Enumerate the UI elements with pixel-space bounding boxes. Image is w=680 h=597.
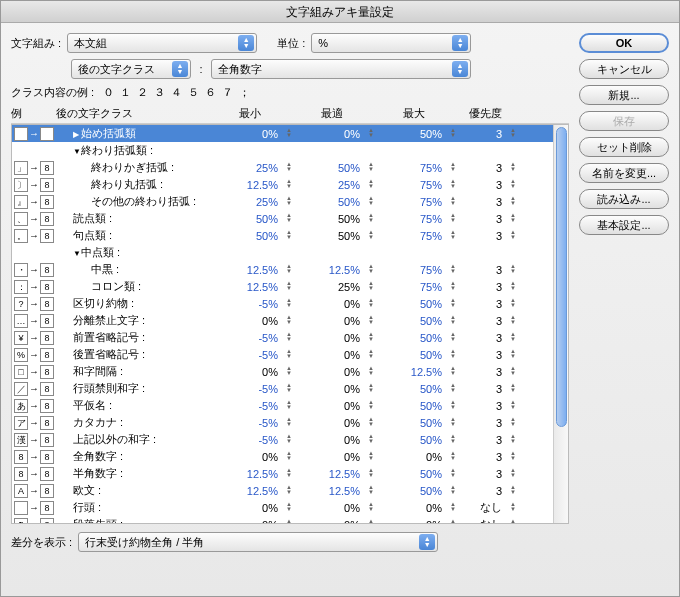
opt-cell[interactable]: 0%▲▼: [296, 349, 378, 361]
stepper-icon[interactable]: ▲▼: [444, 417, 456, 429]
stepper-icon[interactable]: ▲▼: [504, 485, 516, 497]
stepper-icon[interactable]: ▲▼: [280, 128, 292, 140]
stepper-icon[interactable]: ▲▼: [504, 230, 516, 242]
table-row[interactable]: ?→8 区切り約物 :-5%▲▼ 0%▲▼ 50%▲▼ 3▲▼: [12, 295, 568, 312]
unit-select[interactable]: % ▲▼: [311, 33, 471, 53]
stepper-icon[interactable]: ▲▼: [504, 162, 516, 174]
stepper-icon[interactable]: ▲▼: [504, 298, 516, 310]
max-cell[interactable]: 50%▲▼: [378, 315, 460, 327]
max-cell[interactable]: 50%▲▼: [378, 400, 460, 412]
opt-cell[interactable]: 25%▲▼: [296, 281, 378, 293]
max-cell[interactable]: 75%▲▼: [378, 162, 460, 174]
max-cell[interactable]: 0%▲▼: [378, 451, 460, 463]
table-row[interactable]: あ→8 平仮名 :-5%▲▼ 0%▲▼ 50%▲▼ 3▲▼: [12, 397, 568, 414]
pri-cell[interactable]: 3▲▼: [460, 213, 520, 225]
stepper-icon[interactable]: ▲▼: [362, 417, 374, 429]
stepper-icon[interactable]: ▲▼: [444, 264, 456, 276]
max-cell[interactable]: 12.5%▲▼: [378, 366, 460, 378]
table-body[interactable]: （→8 ▶始め括弧類0%▲▼ 0%▲▼ 50%▲▼ 3▲▼ ▼終わり括弧類 :」…: [11, 124, 569, 524]
col-max[interactable]: 最大: [375, 106, 457, 121]
stepper-icon[interactable]: ▲▼: [504, 196, 516, 208]
pri-cell[interactable]: 3▲▼: [460, 417, 520, 429]
stepper-icon[interactable]: ▲▼: [280, 179, 292, 191]
max-cell[interactable]: 75%▲▼: [378, 213, 460, 225]
table-row[interactable]: →8 行頭 :0%▲▼ 0%▲▼ 0%▲▼ なし▲▼: [12, 499, 568, 516]
stepper-icon[interactable]: ▲▼: [280, 332, 292, 344]
min-cell[interactable]: 0%▲▼: [214, 519, 296, 525]
stepper-icon[interactable]: ▲▼: [362, 128, 374, 140]
stepper-icon[interactable]: ▲▼: [444, 332, 456, 344]
table-row[interactable]: …→8 分離禁止文字 :0%▲▼ 0%▲▼ 50%▲▼ 3▲▼: [12, 312, 568, 329]
table-row[interactable]: 漢→8 上記以外の和字 :-5%▲▼ 0%▲▼ 50%▲▼ 3▲▼: [12, 431, 568, 448]
pri-cell[interactable]: 3▲▼: [460, 332, 520, 344]
stepper-icon[interactable]: ▲▼: [504, 417, 516, 429]
table-row[interactable]: ／→8 行頭禁則和字 :-5%▲▼ 0%▲▼ 50%▲▼ 3▲▼: [12, 380, 568, 397]
disclosure-icon[interactable]: ▼: [73, 249, 81, 258]
stepper-icon[interactable]: ▲▼: [444, 230, 456, 242]
stepper-icon[interactable]: ▲▼: [362, 366, 374, 378]
opt-cell[interactable]: 0%▲▼: [296, 434, 378, 446]
stepper-icon[interactable]: ▲▼: [504, 468, 516, 480]
max-cell[interactable]: 0%▲▼: [378, 519, 460, 525]
stepper-icon[interactable]: ▲▼: [362, 434, 374, 446]
rename-button[interactable]: 名前を変更...: [579, 163, 669, 183]
opt-cell[interactable]: 25%▲▼: [296, 179, 378, 191]
stepper-icon[interactable]: ▲▼: [280, 400, 292, 412]
stepper-icon[interactable]: ▲▼: [280, 196, 292, 208]
pri-cell[interactable]: 3▲▼: [460, 366, 520, 378]
opt-cell[interactable]: 50%▲▼: [296, 196, 378, 208]
min-cell[interactable]: -5%▲▼: [214, 332, 296, 344]
table-row[interactable]: （→8 ▶始め括弧類0%▲▼ 0%▲▼ 50%▲▼ 3▲▼: [12, 125, 568, 142]
stepper-icon[interactable]: ▲▼: [444, 281, 456, 293]
disclosure-icon[interactable]: ▶: [73, 130, 81, 139]
col-min[interactable]: 最小: [211, 106, 293, 121]
stepper-icon[interactable]: ▲▼: [280, 213, 292, 225]
min-cell[interactable]: 25%▲▼: [214, 162, 296, 174]
stepper-icon[interactable]: ▲▼: [444, 349, 456, 361]
min-cell[interactable]: 0%▲▼: [214, 502, 296, 514]
max-cell[interactable]: 75%▲▼: [378, 230, 460, 242]
min-cell[interactable]: 12.5%▲▼: [214, 264, 296, 276]
opt-cell[interactable]: 50%▲▼: [296, 162, 378, 174]
min-cell[interactable]: 50%▲▼: [214, 230, 296, 242]
stepper-icon[interactable]: ▲▼: [444, 519, 456, 525]
stepper-icon[interactable]: ▲▼: [362, 400, 374, 412]
stepper-icon[interactable]: ▲▼: [444, 468, 456, 480]
scrollbar[interactable]: [553, 125, 568, 523]
stepper-icon[interactable]: ▲▼: [362, 383, 374, 395]
stepper-icon[interactable]: ▲▼: [280, 162, 292, 174]
opt-cell[interactable]: 0%▲▼: [296, 383, 378, 395]
opt-cell[interactable]: 0%▲▼: [296, 315, 378, 327]
pri-cell[interactable]: なし▲▼: [460, 500, 520, 515]
table-row[interactable]: %→8 後置省略記号 :-5%▲▼ 0%▲▼ 50%▲▼ 3▲▼: [12, 346, 568, 363]
stepper-icon[interactable]: ▲▼: [504, 400, 516, 412]
pri-cell[interactable]: 3▲▼: [460, 400, 520, 412]
max-cell[interactable]: 75%▲▼: [378, 281, 460, 293]
table-row[interactable]: □→8 和字間隔 :0%▲▼ 0%▲▼ 12.5%▲▼ 3▲▼: [12, 363, 568, 380]
stepper-icon[interactable]: ▲▼: [444, 162, 456, 174]
basic-button[interactable]: 基本設定...: [579, 215, 669, 235]
min-cell[interactable]: 12.5%▲▼: [214, 468, 296, 480]
stepper-icon[interactable]: ▲▼: [362, 451, 374, 463]
min-cell[interactable]: -5%▲▼: [214, 383, 296, 395]
scrollbar-thumb[interactable]: [556, 127, 567, 427]
stepper-icon[interactable]: ▲▼: [280, 451, 292, 463]
stepper-icon[interactable]: ▲▼: [504, 179, 516, 191]
stepper-icon[interactable]: ▲▼: [504, 332, 516, 344]
opt-cell[interactable]: 50%▲▼: [296, 230, 378, 242]
min-cell[interactable]: 12.5%▲▼: [214, 281, 296, 293]
stepper-icon[interactable]: ▲▼: [444, 128, 456, 140]
stepper-icon[interactable]: ▲▼: [504, 281, 516, 293]
load-button[interactable]: 読み込み...: [579, 189, 669, 209]
min-cell[interactable]: -5%▲▼: [214, 400, 296, 412]
pri-cell[interactable]: 3▲▼: [460, 128, 520, 140]
min-cell[interactable]: -5%▲▼: [214, 417, 296, 429]
pri-cell[interactable]: なし▲▼: [460, 517, 520, 524]
max-cell[interactable]: 75%▲▼: [378, 179, 460, 191]
pri-cell[interactable]: 3▲▼: [460, 230, 520, 242]
max-cell[interactable]: 50%▲▼: [378, 349, 460, 361]
min-cell[interactable]: 25%▲▼: [214, 196, 296, 208]
table-row[interactable]: 。→8 句点類 :50%▲▼ 50%▲▼ 75%▲▼ 3▲▼: [12, 227, 568, 244]
max-cell[interactable]: 0%▲▼: [378, 502, 460, 514]
pri-cell[interactable]: 3▲▼: [460, 264, 520, 276]
